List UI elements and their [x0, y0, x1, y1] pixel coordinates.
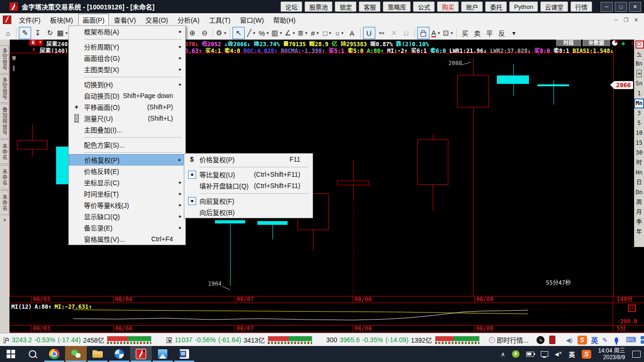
- tray-chevron-icon[interactable]: ∧: [501, 351, 505, 358]
- close-button[interactable]: ✕: [629, 2, 641, 12]
- cursor-icon[interactable]: ↖: [232, 27, 245, 39]
- font-color-icon[interactable]: A▼: [430, 27, 442, 39]
- rect-tool-icon[interactable]: □▼: [322, 27, 333, 39]
- quotebar-button-时段[interactable]: 时段: [556, 40, 581, 46]
- menu-item-填补开盘缺口(Q)[interactable]: 填补开盘缺口(Q)(Ctrl+Shift+F11): [184, 180, 313, 191]
- menu-item-价格复权(P)[interactable]: $价格复权(P)F11: [184, 154, 313, 165]
- period-day-button[interactable]: 日: [634, 178, 644, 188]
- buy-button[interactable]: 买: [459, 27, 471, 39]
- menu-item-窗格属性(V)...[interactable]: 窗格属性(V)...Ctrl+F4: [69, 233, 185, 245]
- menu-item-向前复权(F)[interactable]: 向前复权(F): [184, 195, 313, 206]
- kline-dropdown-icon[interactable]: ▼: [38, 40, 43, 46]
- mic-icon[interactable]: [612, 337, 621, 343]
- period-dn-button[interactable]: Dn: [634, 188, 644, 197]
- titlebar-button-云课堂[interactable]: 云课堂: [540, 1, 568, 12]
- quotebar-button-补数据[interactable]: 补数据: [583, 40, 610, 46]
- wechat-app[interactable]: [65, 346, 87, 362]
- start-button[interactable]: [0, 346, 22, 362]
- period-hn-button[interactable]: Hn: [634, 168, 644, 178]
- titlebar-button-股票池[interactable]: 股票池: [305, 1, 332, 12]
- dropdown-arrow-icon[interactable]: ▼: [316, 31, 320, 35]
- search-button[interactable]: [22, 346, 43, 362]
- titlebar-button-Python[interactable]: Python: [509, 1, 537, 12]
- circle-tool-icon[interactable]: ○▼: [334, 27, 346, 39]
- period-month-button[interactable]: 月: [634, 207, 644, 217]
- home-icon[interactable]: ⌂: [2, 27, 14, 39]
- hash-tool-icon[interactable]: #▼: [310, 27, 321, 39]
- period-3-button[interactable]: 3: [634, 108, 644, 118]
- menubar-item-帮助(H)[interactable]: 帮助(H): [269, 14, 300, 26]
- link-icon[interactable]: ∾: [376, 27, 388, 39]
- ime-language-indicator[interactable]: 英: [591, 335, 598, 345]
- menu-item-框架布局(A)[interactable]: 框架布局(A)►: [69, 26, 185, 37]
- sogou-tray-icon[interactable]: S: [582, 350, 591, 359]
- dropdown-arrow-icon[interactable]: ▼: [328, 31, 332, 35]
- network-icon[interactable]: [541, 351, 548, 357]
- menubar-item-分析(A)[interactable]: 分析(A): [173, 14, 204, 26]
- speaker-status-icon[interactable]: ◀): [566, 337, 572, 344]
- left-tab-未命名-5[interactable]: 未命名: [0, 190, 9, 215]
- titlebar-button-账户[interactable]: 账户: [461, 1, 483, 12]
- menu-item-价格复权(P)[interactable]: 价格复权(P)►: [69, 154, 185, 165]
- menu-item-备忘录(E)[interactable]: 备忘录(E)►: [69, 222, 185, 233]
- magnet-icon[interactable]: U: [363, 27, 375, 39]
- dropdown-arrow-icon[interactable]: ▼: [65, 31, 68, 35]
- menu-item-显示缺口(Q)[interactable]: 显示缺口(Q)►: [69, 211, 185, 222]
- dropdown-arrow-icon[interactable]: ▼: [223, 31, 227, 35]
- left-tab-多空信号-1[interactable]: 多空信号: [0, 74, 9, 103]
- dropdown-arrow-icon[interactable]: ▼: [252, 31, 256, 35]
- photos-app[interactable]: [152, 346, 173, 362]
- line-tool-icon[interactable]: ╱▼: [246, 27, 257, 39]
- dropdown-arrow-icon[interactable]: ▼: [305, 31, 308, 35]
- text-tool-icon[interactable]: A: [347, 27, 358, 39]
- period-15-button[interactable]: 15: [634, 138, 644, 148]
- period-year-button[interactable]: 年: [634, 227, 644, 237]
- menu-item-等价等量K线(J)[interactable]: 等价等量K线(J)►: [69, 199, 185, 211]
- zoom-out-icon[interactable]: ⊖: [199, 27, 210, 39]
- pyramid-app[interactable]: [130, 346, 152, 362]
- period-5-button[interactable]: 5: [634, 118, 644, 128]
- chart-tool-icon-0[interactable]: ₩: [12, 55, 16, 62]
- tray-language-indicator[interactable]: 英: [569, 350, 575, 359]
- download-icon[interactable]: ↧: [32, 27, 43, 39]
- period-week-button[interactable]: 周: [634, 197, 644, 207]
- menu-item-自动换页(D)[interactable]: 自动换页(D)Shift+Page down: [69, 90, 185, 101]
- list-tool-icon[interactable]: ≣▼: [297, 27, 309, 39]
- titlebar-button-客服[interactable]: 客服: [359, 1, 380, 12]
- realtime-quote-button[interactable]: 即时行情...: [489, 335, 529, 345]
- menu-item-测量尺(U)[interactable]: 测量尺(U)(Shift+L): [69, 113, 185, 124]
- green-diamond-icon[interactable]: ◆: [621, 40, 625, 46]
- minimize-button[interactable]: ─: [601, 2, 613, 12]
- menu-item-平移画面(O)[interactable]: +平移画面(O)(Shift+P): [69, 101, 185, 113]
- left-tab-叠加规信号-2[interactable]: 叠加规信号: [0, 104, 9, 139]
- tray-clock[interactable]: 14:04 周三2023/8/9: [598, 347, 625, 361]
- menu-item-配色方案(S)...[interactable]: 配色方案(S)...: [69, 139, 185, 150]
- zoom-in-icon[interactable]: ⊕: [187, 27, 198, 39]
- keyboard-icon[interactable]: ⌨: [626, 336, 636, 344]
- battery-icon[interactable]: [526, 352, 534, 357]
- maximize-button[interactable]: □: [615, 2, 627, 12]
- period-1-button[interactable]: 1: [634, 89, 644, 99]
- dropdown-arrow-icon[interactable]: ▼: [450, 31, 454, 35]
- finance-app[interactable]: [108, 346, 130, 362]
- left-tab-close-icon[interactable]: ×: [1, 217, 8, 223]
- angle-tool-icon[interactable]: ∠▼: [284, 27, 296, 39]
- menu-item-切换到(H)[interactable]: 切换到(H)►: [69, 79, 185, 90]
- percent-tool-icon[interactable]: %▼: [258, 27, 270, 39]
- left-tab-未命名-4[interactable]: 未命名: [0, 165, 9, 189]
- kline-badge[interactable]: K: [29, 40, 37, 46]
- left-tab-多空信号-0[interactable]: 多空信号: [0, 45, 9, 74]
- menubar-item-板块(M)[interactable]: 板块(M): [46, 14, 77, 26]
- layout-grid-icon[interactable]: ▦▼: [57, 27, 69, 39]
- left-tab-未命名-3[interactable]: 未命名: [0, 140, 9, 164]
- menubar-item-交易(O)[interactable]: 交易(O): [141, 14, 172, 26]
- menu-item-画面组合(G)[interactable]: 画面组合(G)►: [69, 52, 185, 64]
- menu-item-主图类型(X)[interactable]: 主图类型(X)►: [69, 64, 185, 75]
- gear-icon[interactable]: ⚙▼: [215, 27, 227, 39]
- refresh-icon[interactable]: ↻: [44, 27, 56, 39]
- sogou-logo-icon[interactable]: S: [578, 336, 587, 345]
- explorer-app[interactable]: [87, 346, 108, 362]
- menu-item-坐标显示(C)[interactable]: 坐标显示(C)►: [69, 177, 185, 188]
- bars-tool-icon[interactable]: ▥▼: [271, 27, 283, 39]
- menu-item-价格反转(E)[interactable]: 价格反转(E): [69, 165, 185, 177]
